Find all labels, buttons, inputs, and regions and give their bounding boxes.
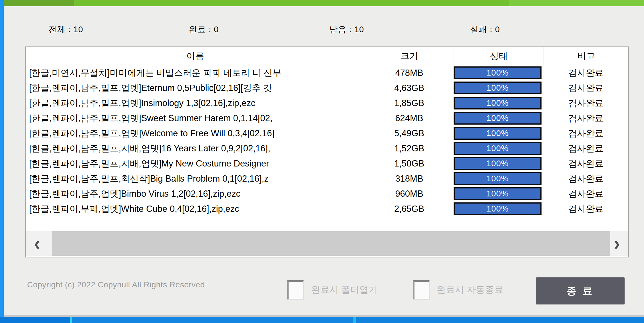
row-note: 검사완료 [544, 80, 628, 96]
row-note: 검사완료 [544, 171, 628, 186]
progress-label: 100% [486, 204, 509, 214]
row-name: [한글,렌파이,남주,밀프,업뎃]Sweet Summer Harem 0,1,… [29, 111, 364, 126]
progress-bar: 100% [454, 127, 542, 140]
row-status: 100% [454, 171, 544, 186]
column-header-status[interactable]: 상태 [454, 47, 544, 65]
stat-remaining: 남음 : 10 [329, 24, 364, 35]
table-row[interactable]: [한글,렌파이,부패,업뎃]White Cube 0,4[02,16],zip,… [26, 201, 628, 216]
row-status: 100% [454, 126, 544, 141]
desktop-strip-cyan-line-1 [70, 317, 72, 323]
stat-total: 전체 : 10 [49, 24, 83, 35]
stats-row: 전체 : 10 완료 : 0 남음 : 10 실패 : 0 [0, 24, 644, 35]
row-name: [한글,렌파이,남주,밀프,지배,업뎃]16 Years Later 0,9,2… [29, 141, 364, 156]
desktop-strip-cyan-line-2 [353, 317, 356, 323]
stat-completed: 완료 : 0 [189, 24, 219, 35]
column-header-size[interactable]: 크기 [365, 47, 454, 65]
table-row[interactable]: [한글,렌파이,남주,밀프,지배,업뎃]16 Years Later 0,9,2… [26, 141, 628, 156]
row-size: 1,50GB [365, 156, 454, 171]
titlebar-segment-mid [74, 0, 509, 6]
row-note: 검사완료 [544, 156, 628, 171]
progress-label: 100% [486, 174, 509, 183]
titlebar-segment-dark [4, 0, 74, 6]
row-status: 100% [454, 111, 544, 126]
progress-label: 100% [486, 159, 509, 168]
scroll-right-icon[interactable]: › [608, 231, 625, 256]
table-row[interactable]: [한글,렌파이,남주,밀프,지배,업뎃]My New Costume Desig… [26, 156, 628, 171]
table-row[interactable]: [한글,렌파이,남주,밀프,최신작]Big Balls Problem 0,1[… [26, 171, 628, 186]
row-note: 검사완료 [544, 186, 628, 201]
scroll-left-icon[interactable]: ‹ [29, 231, 46, 256]
row-status: 100% [454, 65, 544, 80]
row-status: 100% [454, 186, 544, 201]
row-status: 100% [454, 141, 544, 156]
desktop-strip-mid [356, 317, 644, 323]
row-status: 100% [454, 80, 544, 96]
row-name: [한글,미연시,무설치]마마에게는 비밀스러운 파파 네토리 나 신부 [29, 65, 364, 80]
row-size: 960MB [365, 186, 454, 201]
desktop-strip [0, 317, 644, 323]
progress-bar: 100% [454, 82, 542, 94]
stat-failed: 실패 : 0 [470, 24, 500, 35]
row-note: 검사완료 [544, 126, 628, 141]
row-note: 검사완료 [544, 65, 628, 80]
progress-bar: 100% [454, 97, 542, 109]
row-size: 2,65GB [365, 201, 454, 216]
copyright-text: Copyright (c) 2022 Copynull All Rights R… [27, 280, 205, 289]
row-name: [한글,렌파이,남주,밀프,최신작]Big Balls Problem 0,1[… [29, 171, 364, 186]
row-size: 1,85GB [365, 96, 454, 111]
table-row[interactable]: [한글,미연시,무설치]마마에게는 비밀스러운 파파 네토리 나 신부 478M… [26, 65, 628, 80]
progress-bar: 100% [454, 112, 542, 125]
titlebar [0, 0, 644, 6]
row-status: 100% [454, 201, 544, 216]
progress-bar: 100% [454, 187, 542, 200]
row-name: [한글,렌파이,남주,밀프,업뎃]Welcome to Free Will 0,… [29, 126, 364, 141]
row-status: 100% [454, 156, 544, 171]
row-size: 1,52GB [365, 141, 454, 156]
progress-label: 100% [486, 113, 509, 123]
row-note: 검사완료 [544, 201, 628, 216]
progress-bar: 100% [454, 202, 542, 215]
progress-label: 100% [486, 68, 509, 78]
row-name: [한글,렌파이,부패,업뎃]White Cube 0,4[02,16],zip,… [29, 201, 364, 216]
row-size: 478MB [365, 65, 454, 80]
progress-label: 100% [486, 83, 509, 93]
progress-label: 100% [486, 129, 509, 138]
download-list: 이름 크기 상태 비고 [한글,미연시,무설치]마마에게는 비밀스러운 파파 네… [25, 46, 629, 257]
row-status: 100% [454, 96, 544, 111]
column-header-note[interactable]: 비고 [544, 47, 628, 65]
row-name: [한글,렌파이,남주,밀프,업뎃]Insimology 1,3[02,16],z… [29, 96, 364, 111]
list-header: 이름 크기 상태 비고 [26, 47, 628, 65]
titlebar-segment-light [509, 0, 644, 6]
progress-label: 100% [486, 98, 509, 108]
row-size: 624MB [365, 111, 454, 126]
open-folder-checkbox[interactable] [287, 280, 304, 300]
table-row[interactable]: [한글,렌파이,남주,밀프,업뎃]Insimology 1,3[02,16],z… [26, 96, 628, 111]
progress-bar: 100% [454, 142, 542, 155]
exit-button[interactable]: 종 료 [536, 277, 625, 304]
progress-bar: 100% [454, 172, 542, 185]
table-row[interactable]: [한글,렌파이,남주,밀프,업뎃]Welcome to Free Will 0,… [26, 126, 628, 141]
row-note: 검사완료 [544, 96, 628, 111]
progress-label: 100% [486, 144, 509, 153]
table-row[interactable]: [한글,렌파이,남주,밀프,업뎃]Sweet Summer Harem 0,1,… [26, 111, 628, 126]
table-row[interactable]: [한글,렌파이,남주,밀프,업뎃]Eternum 0,5Public[02,16… [26, 80, 628, 96]
auto-exit-checkbox-label[interactable]: 완료시 자동종료 [437, 284, 503, 296]
progress-label: 100% [486, 189, 509, 198]
row-note: 검사완료 [544, 141, 628, 156]
window-left-edge [0, 0, 4, 317]
scrollbar-thumb[interactable] [52, 231, 610, 256]
auto-exit-checkbox[interactable] [413, 280, 430, 300]
desktop-strip-dark [0, 317, 70, 323]
row-size: 4,63GB [365, 80, 454, 96]
app-window: 전체 : 10 완료 : 0 남음 : 10 실패 : 0 이름 크기 상태 비… [0, 0, 644, 323]
row-name: [한글,렌파이,남주,업뎃]Bimbo Virus 1,2[02,16],zip… [29, 186, 364, 201]
progress-bar: 100% [454, 157, 542, 170]
row-size: 318MB [365, 171, 454, 186]
column-header-name[interactable]: 이름 [26, 47, 365, 65]
row-name: [한글,렌파이,남주,밀프,지배,업뎃]My New Costume Desig… [29, 156, 364, 171]
list-rows: [한글,미연시,무설치]마마에게는 비밀스러운 파파 네토리 나 신부 478M… [26, 65, 628, 216]
open-folder-checkbox-label[interactable]: 완료시 폴더열기 [311, 284, 378, 296]
row-size: 5,49GB [365, 126, 454, 141]
horizontal-scrollbar[interactable]: ‹ › [26, 231, 628, 256]
table-row[interactable]: [한글,렌파이,남주,업뎃]Bimbo Virus 1,2[02,16],zip… [26, 186, 628, 201]
